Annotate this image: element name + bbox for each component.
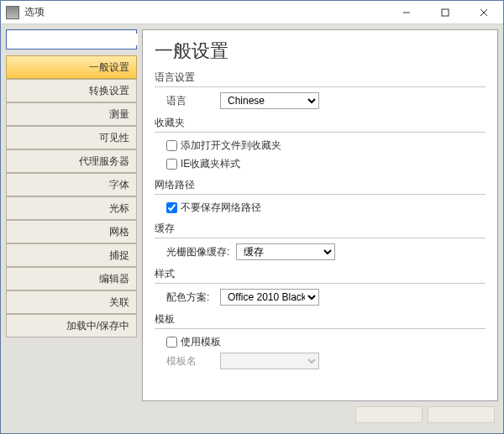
language-select[interactable]: Chinese (220, 92, 319, 109)
sidebar: 一般设置转换设置测量可见性代理服务器字体光标网格捕捉编辑器关联加载中/保存中 (1, 24, 140, 406)
nav-item-8[interactable]: 捕捉 (6, 243, 137, 267)
content-panel: 一般设置 语言设置 语言 Chinese 收藏夹 添加打开文件到收藏夹 (142, 29, 498, 401)
footer-button-2[interactable] (428, 406, 495, 423)
group-header: 收藏夹 (155, 116, 486, 133)
options-window: 选项 一般设置转换设置测量可见性代理服务器字体光标网格捕捉编辑器关联加载中/保存 (0, 0, 504, 434)
no-save-network-path-label: 不要保存网络路径 (181, 201, 261, 215)
nav-item-11[interactable]: 加载中/保存中 (6, 314, 137, 337)
svg-rect-1 (442, 9, 449, 16)
footer-button-1[interactable] (355, 406, 423, 423)
minimize-button[interactable] (387, 1, 426, 24)
nav-item-4[interactable]: 代理服务器 (6, 149, 137, 173)
search-box[interactable] (6, 29, 137, 50)
group-style: 样式 配色方案: Office 2010 Black (155, 267, 486, 307)
group-header: 语言设置 (155, 71, 486, 87)
group-header: 样式 (155, 267, 486, 284)
group-header: 缓存 (155, 222, 486, 238)
page-title: 一般设置 (155, 39, 486, 64)
nav-list: 一般设置转换设置测量可见性代理服务器字体光标网格捕捉编辑器关联加载中/保存中 (6, 55, 137, 337)
group-header: 网络路径 (155, 178, 486, 195)
add-to-favorites-label: 添加打开文件到收藏夹 (181, 139, 281, 153)
maximize-button[interactable] (426, 1, 465, 24)
group-favorites: 收藏夹 添加打开文件到收藏夹 IE收藏夹样式 (155, 116, 486, 173)
ie-favorites-style-label: IE收藏夹样式 (181, 157, 240, 171)
group-template: 模板 使用模板 模板名 (155, 312, 486, 371)
minimize-icon (402, 8, 411, 17)
nav-item-10[interactable]: 关联 (6, 290, 137, 314)
footer (1, 406, 503, 433)
color-scheme-select[interactable]: Office 2010 Black (220, 289, 319, 306)
group-header: 模板 (155, 312, 486, 329)
template-name-label: 模板名 (166, 354, 213, 369)
language-label: 语言 (166, 94, 213, 108)
cache-select[interactable]: 缓存 (236, 243, 335, 260)
no-save-network-path-checkbox[interactable] (166, 202, 177, 213)
nav-item-2[interactable]: 测量 (6, 102, 137, 126)
nav-item-5[interactable]: 字体 (6, 173, 137, 196)
group-cache: 缓存 光栅图像缓存: 缓存 (155, 222, 486, 262)
nav-item-9[interactable]: 编辑器 (6, 267, 137, 290)
close-button[interactable] (465, 1, 503, 24)
group-language: 语言设置 语言 Chinese (155, 71, 486, 111)
nav-item-7[interactable]: 网格 (6, 220, 137, 243)
maximize-icon (441, 8, 449, 17)
nav-item-3[interactable]: 可见性 (6, 126, 137, 149)
color-scheme-label: 配色方案: (166, 290, 213, 305)
window-title: 选项 (24, 5, 387, 19)
titlebar: 选项 (1, 1, 503, 24)
template-name-select (220, 353, 319, 369)
close-icon (480, 8, 488, 17)
ie-favorites-style-checkbox[interactable] (166, 159, 177, 170)
search-input[interactable] (12, 34, 138, 45)
nav-item-6[interactable]: 光标 (6, 196, 137, 220)
group-network: 网络路径 不要保存网络路径 (155, 178, 486, 217)
body: 一般设置转换设置测量可见性代理服务器字体光标网格捕捉编辑器关联加载中/保存中 一… (1, 24, 503, 406)
nav-item-1[interactable]: 转换设置 (6, 79, 137, 102)
app-icon (6, 6, 19, 19)
use-template-checkbox[interactable] (166, 337, 177, 348)
use-template-label: 使用模板 (181, 335, 221, 349)
nav-item-0[interactable]: 一般设置 (6, 55, 137, 79)
add-to-favorites-checkbox[interactable] (166, 140, 177, 151)
cache-label: 光栅图像缓存: (166, 245, 229, 259)
